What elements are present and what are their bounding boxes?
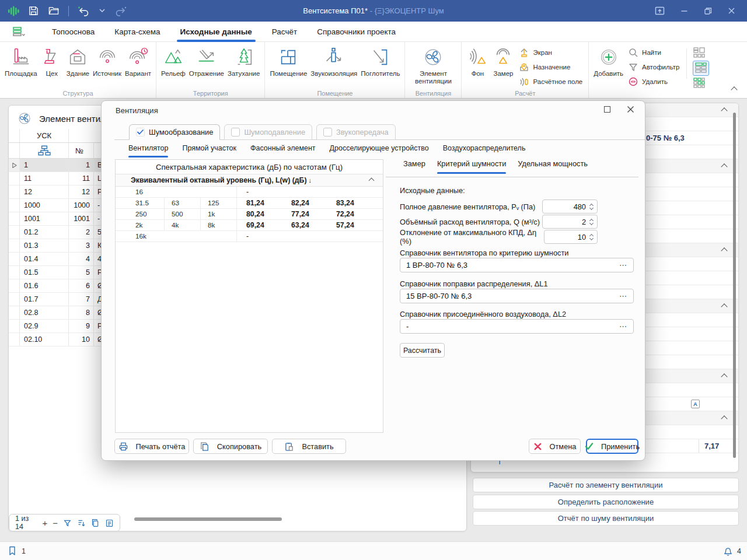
apply-button[interactable]: Применить <box>586 439 638 454</box>
spinner-icon[interactable] <box>590 204 593 209</box>
ribbon-item-zvukoizolyatsiya[interactable]: Звукоизоляция <box>309 45 359 79</box>
panel-toggle-icon[interactable] <box>655 6 665 15</box>
spectrum-row[interactable]: 2k4k8k 69,2463,2457,24 <box>116 220 383 231</box>
distribution-reference-input[interactable]: 15 ВР-80-70 № 6,3⋯ <box>400 289 634 303</box>
spectrum-row[interactable]: 16k - <box>116 231 383 242</box>
ellipsis-button[interactable]: ⋯ <box>619 261 627 270</box>
checkbox-checked-icon[interactable] <box>136 128 145 136</box>
view-rows-icon-selected[interactable] <box>693 61 709 76</box>
tab-karta-shema[interactable]: Карта-схема <box>104 22 170 42</box>
maximize-icon[interactable] <box>704 7 712 15</box>
pager-copy-icon[interactable] <box>91 519 100 527</box>
checkbox-unchecked-icon[interactable] <box>323 128 332 136</box>
spectrum-row[interactable]: 16 - <box>116 187 383 198</box>
noise-report-button[interactable]: Отчёт по шуму вентиляции <box>473 511 739 526</box>
dialog-close-icon[interactable] <box>627 106 634 113</box>
bookmark-icon[interactable] <box>8 546 16 556</box>
ribbon-item-fon[interactable]: Фон <box>465 45 490 79</box>
spectrum-row[interactable]: 2505001k 80,2477,2472,24 <box>116 209 383 220</box>
pressure-input[interactable]: 480 <box>542 200 598 214</box>
ribbon-item-relief[interactable]: Рельеф <box>159 45 187 79</box>
ribbon-item-ploshchadka[interactable]: Площадка <box>3 45 39 79</box>
copy-button[interactable]: Скопировать <box>193 439 268 454</box>
usk-tree-icon[interactable] <box>20 143 69 158</box>
ribbon-item-element-ventilyatsii[interactable]: Элемент вентиляции <box>408 45 458 86</box>
define-location-button[interactable]: Определить расположение <box>473 495 739 509</box>
ribbon-item-naznachenie[interactable]: Назначение <box>517 60 584 74</box>
subtab-vozduhoraspredelitel[interactable]: Воздухораспределитель <box>436 144 533 158</box>
paste-button[interactable]: Вставить <box>272 439 346 454</box>
pager-paste-icon[interactable] <box>105 519 114 527</box>
duct-reference-input[interactable]: -⋯ <box>400 319 634 334</box>
tab-raschet[interactable]: Расчёт <box>262 22 307 42</box>
pager-sort-icon[interactable] <box>77 519 86 527</box>
print-report-button[interactable]: Печать отчёта <box>114 439 189 454</box>
ellipsis-button[interactable]: ⋯ <box>619 322 627 331</box>
dialog-maximize-icon[interactable] <box>604 106 610 113</box>
column-header-num[interactable]: № <box>69 143 94 158</box>
table-view-menu-icon[interactable] <box>12 26 26 38</box>
save-icon[interactable] <box>28 5 39 16</box>
efficiency-input[interactable]: 10 <box>544 230 598 244</box>
spinner-icon[interactable] <box>590 219 593 225</box>
subtab-drosseliruyushchee[interactable]: Дросселирующее устройство <box>323 144 436 158</box>
collapse-icon[interactable] <box>369 178 375 184</box>
ribbon-item-zamer[interactable]: Замер <box>490 45 516 79</box>
close-icon[interactable] <box>728 7 735 15</box>
open-folder-icon[interactable] <box>48 5 60 16</box>
ptab-udelnaya-moshchnost[interactable]: Удельная мощность <box>512 159 594 174</box>
ribbon-item-zdanie[interactable]: Здание <box>65 45 91 79</box>
ribbon-item-istochnik[interactable]: Источник <box>91 45 123 79</box>
ribbon-item-poglotitel[interactable]: Поглотитель <box>359 45 402 79</box>
horizontal-scrollbar[interactable] <box>134 517 282 521</box>
tab-ishodnye-dannye[interactable]: Исходные данные <box>170 22 262 42</box>
column-header-usk[interactable]: УСК <box>20 129 69 142</box>
subtab-ventilyator[interactable]: Вентилятор <box>121 144 175 158</box>
ptab-kriterij-shumnosti[interactable]: Критерий шумности <box>431 159 512 174</box>
vertical-scrollbar[interactable] <box>733 113 736 458</box>
ribbon-item-udalit[interactable]: Удалить <box>626 75 681 89</box>
pager-add-button[interactable]: + <box>42 519 47 527</box>
subtab-fasonnyj-element[interactable]: Фасонный элемент <box>243 144 323 158</box>
ribbon-collapse-icon[interactable] <box>731 86 737 93</box>
fan-reference-input[interactable]: 1 ВР-80-70 № 6,3⋯ <box>400 258 634 272</box>
tab-spravochniki[interactable]: Справочники проекта <box>307 22 406 42</box>
redo-icon[interactable] <box>114 6 127 16</box>
ribbon-item-raschetnoe-pole[interactable]: Расчётное поле <box>517 75 584 89</box>
ribbon-item-pomeshchenie[interactable]: Помещение <box>268 45 309 79</box>
ribbon-item-variant[interactable]: Вариант <box>123 45 153 79</box>
checktab-shumopodavlenie[interactable]: Шумоподавление <box>224 124 312 140</box>
ribbon-item-zatuhanie[interactable]: Затухание <box>226 45 261 79</box>
bell-icon[interactable] <box>723 546 733 556</box>
subtab-pryamoj-uchastok[interactable]: Прямой участок <box>175 144 243 158</box>
font-icon[interactable]: A <box>691 400 700 408</box>
ribbon-item-najti[interactable]: Найти <box>626 46 681 60</box>
ribbon-item-dobavit[interactable]: Добавить <box>592 45 625 79</box>
spectrum-row[interactable]: 31.563125 81,2482,2483,24 <box>116 198 383 209</box>
pager-filter-icon[interactable] <box>63 519 72 527</box>
undo-history-chevron-icon[interactable] <box>99 9 105 13</box>
view-grid-icon[interactable] <box>693 78 709 89</box>
checkbox-unchecked-icon[interactable] <box>231 128 240 136</box>
ribbon-item-otrazhenie[interactable]: Отражение <box>187 45 226 79</box>
view-cards-icon[interactable] <box>693 47 709 59</box>
property-value: 0-75 № 6,3 <box>646 134 685 142</box>
checktab-zvukoperedacha[interactable]: Звукопередача <box>316 124 396 140</box>
ribbon-item-avtofiltr[interactable]: Автофильтр <box>626 60 681 74</box>
spinner-icon[interactable] <box>590 235 593 240</box>
ptab-zamer[interactable]: Замер <box>397 159 431 174</box>
checktab-shumoobrazovanie[interactable]: Шумообразование <box>129 124 220 140</box>
ribbon-item-ekran[interactable]: Экран <box>517 46 584 60</box>
ellipsis-button[interactable]: ⋯ <box>619 292 627 300</box>
ribbon-item-tseh[interactable]: Цех <box>39 45 65 79</box>
calc-by-element-button[interactable]: Расчёт по элементу вентиляции <box>473 478 739 492</box>
spectrum-group-header[interactable]: Эквивалентный октавный уровень (Гц), L(w… <box>116 174 383 187</box>
measurement-icon <box>492 46 514 68</box>
minimize-icon[interactable] <box>680 7 688 15</box>
tab-topoosnova[interactable]: Топооснова <box>42 22 104 42</box>
flow-input[interactable]: 2 <box>542 215 598 229</box>
pager-remove-button[interactable]: − <box>53 519 58 527</box>
calculate-button[interactable]: Рассчитать <box>400 343 445 358</box>
undo-icon[interactable] <box>78 6 90 16</box>
cancel-button[interactable]: Отмена <box>529 439 581 454</box>
